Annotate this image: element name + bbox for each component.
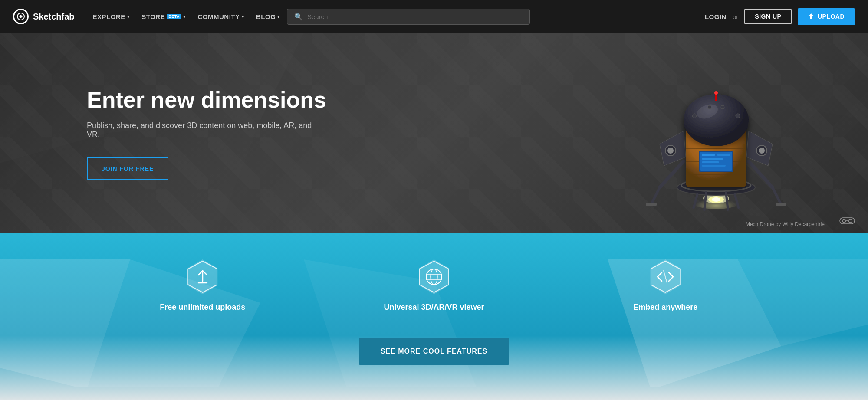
nav-links: EXPLORE ▾ STORE BETA ▾ COMMUNITY ▾ BLOG … [88, 9, 705, 25]
nav-blog[interactable]: BLOG ▾ [251, 10, 285, 24]
search-icon: 🔍 [294, 13, 303, 21]
upload-label: UPLOAD [818, 13, 845, 20]
nav-store[interactable]: STORE BETA ▾ [136, 10, 191, 24]
chevron-down-icon-community: ▾ [242, 14, 244, 19]
chevron-down-icon-store: ▾ [183, 14, 186, 19]
mech-drone-illustration: ! [642, 44, 790, 222]
svg-line-63 [664, 271, 667, 283]
navbar: Sketchfab EXPLORE ▾ STORE BETA ▾ COMMUNI… [0, 0, 868, 33]
svg-point-39 [692, 114, 697, 118]
svg-point-47 [848, 219, 852, 223]
logo[interactable]: Sketchfab [13, 9, 75, 24]
upload-button[interactable]: ⬆ UPLOAD [798, 8, 855, 25]
see-more-button[interactable]: SEE MORE COOL FEATURES [359, 338, 509, 365]
svg-point-44 [712, 197, 720, 202]
nav-explore[interactable]: EXPLORE ▾ [88, 10, 135, 24]
nav-blog-label: BLOG [256, 13, 276, 20]
svg-point-41 [708, 105, 711, 109]
hero-attribution: Mech Drone by Willy Decarpentrie [746, 221, 825, 227]
vr-icon [839, 216, 855, 227]
features-inner: Free unlimited uploads Universal 3D/AR/V… [0, 259, 868, 387]
svg-point-40 [736, 114, 740, 118]
svg-point-35 [684, 94, 749, 146]
svg-marker-53 [304, 259, 477, 387]
nav-community[interactable]: COMMUNITY ▾ [193, 10, 250, 24]
svg-point-46 [842, 219, 846, 223]
hero-content: Enter new dimensions Publish, share, and… [0, 86, 564, 180]
svg-point-42 [721, 105, 724, 109]
hero-section: Enter new dimensions Publish, share, and… [0, 33, 868, 233]
svg-point-20 [667, 148, 674, 154]
or-text: or [733, 13, 738, 20]
join-free-button[interactable]: JOIN FOR FREE [87, 157, 168, 180]
hero-image: ! [564, 33, 868, 233]
svg-marker-57 [419, 261, 449, 292]
beta-badge: BETA [167, 14, 181, 19]
nav-store-label: STORE [141, 13, 165, 20]
svg-point-22 [759, 148, 765, 154]
svg-point-59 [431, 269, 437, 285]
logo-text: Sketchfab [33, 12, 75, 22]
chevron-down-icon-blog: ▾ [277, 14, 280, 19]
svg-line-13 [660, 161, 684, 187]
svg-rect-15 [646, 203, 657, 206]
login-link[interactable]: LOGIN [705, 13, 727, 20]
svg-line-17 [773, 187, 781, 205]
nav-right: LOGIN or SIGN UP ⬆ UPLOAD [705, 8, 855, 25]
chevron-down-icon: ▾ [127, 14, 130, 19]
signup-button[interactable]: SIGN UP [744, 9, 792, 24]
features-section: Free unlimited uploads Universal 3D/AR/V… [0, 233, 868, 400]
svg-rect-18 [776, 203, 786, 206]
search-input[interactable] [307, 13, 523, 20]
hero-title: Enter new dimensions [87, 86, 564, 113]
svg-point-38 [714, 91, 718, 95]
svg-rect-34 [702, 165, 726, 167]
search-bar[interactable]: 🔍 [287, 9, 530, 25]
svg-rect-30 [702, 154, 715, 156]
hero-subtitle: Publish, share, and discover 3D content … [87, 121, 312, 139]
svg-rect-31 [717, 154, 730, 156]
nav-explore-label: EXPLORE [93, 13, 125, 20]
nav-community-label: COMMUNITY [198, 13, 240, 20]
upload-icon: ⬆ [808, 13, 814, 21]
svg-line-16 [749, 161, 773, 187]
svg-rect-33 [702, 161, 719, 163]
svg-point-58 [426, 269, 442, 285]
svg-line-14 [651, 187, 660, 205]
svg-rect-32 [702, 158, 723, 160]
logo-icon [13, 9, 29, 24]
